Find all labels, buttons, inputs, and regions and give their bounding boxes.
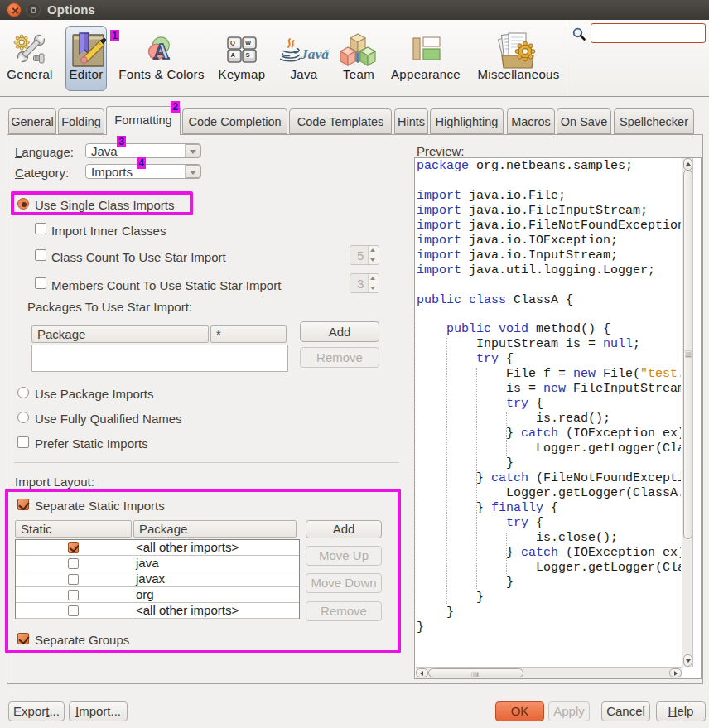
svg-text:A: A (231, 51, 236, 59)
svg-text:Q: Q (230, 39, 235, 46)
svg-text:S: S (246, 51, 250, 59)
svg-text:W: W (245, 39, 252, 46)
svg-text:Java: Java (300, 46, 329, 62)
svg-text:A: A (153, 39, 170, 64)
